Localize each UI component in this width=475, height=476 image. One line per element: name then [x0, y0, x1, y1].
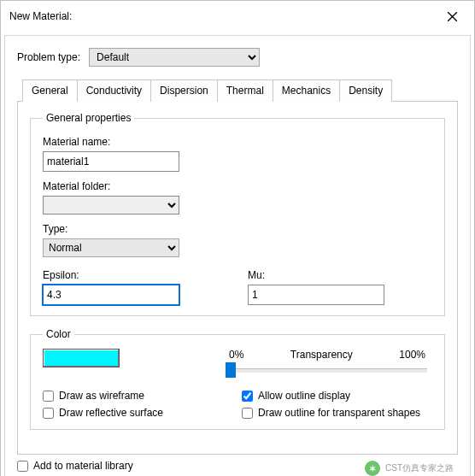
checkbox-draw-reflective-label: Draw reflective surface [59, 407, 163, 419]
material-folder-select[interactable] [43, 196, 179, 214]
close-icon [448, 12, 457, 21]
groupbox-general-properties: General properties Material name: Materi… [30, 112, 445, 316]
material-folder-label: Material folder: [43, 180, 432, 192]
checkbox-allow-outline-input[interactable] [242, 391, 253, 402]
checkbox-draw-reflective[interactable]: Draw reflective surface [43, 407, 233, 419]
transparency-slider[interactable] [231, 362, 427, 378]
checkbox-draw-wireframe-input[interactable] [43, 391, 54, 402]
tab-thermal[interactable]: Thermal [217, 79, 273, 102]
groupbox-color: Color 0% Transparency 100% [30, 328, 445, 430]
transparency-min-label: 0% [229, 349, 243, 361]
type-label: Type: [43, 223, 432, 235]
epsilon-label: Epsilon: [43, 269, 179, 281]
transparency-label: Transparency [290, 349, 353, 361]
transparency-max-label: 100% [399, 349, 425, 361]
problem-type-label: Problem type: [17, 51, 80, 63]
checkbox-draw-outline-transparent-label: Draw outline for transparent shapes [258, 407, 420, 419]
tab-density[interactable]: Density [339, 79, 392, 102]
checkbox-draw-reflective-input[interactable] [43, 408, 54, 419]
groupbox-color-title: Color [43, 328, 74, 340]
tab-conductivity[interactable]: Conductivity [77, 79, 151, 102]
checkbox-draw-wireframe-label: Draw as wireframe [59, 390, 144, 402]
tab-dispersion[interactable]: Dispersion [150, 79, 218, 102]
epsilon-input[interactable] [43, 285, 179, 305]
color-swatch-button[interactable] [43, 349, 120, 367]
checkbox-draw-outline-transparent[interactable]: Draw outline for transparent shapes [242, 407, 432, 419]
slider-track [231, 368, 427, 373]
tab-bar: General Conductivity Dispersion Thermal … [17, 79, 458, 102]
window-title: New Material: [9, 10, 72, 22]
tab-panel-general: General properties Material name: Materi… [17, 102, 458, 455]
mu-input[interactable] [248, 285, 384, 305]
tab-general[interactable]: General [22, 79, 78, 102]
type-select[interactable]: Normal [43, 238, 179, 257]
groupbox-general-title: General properties [43, 112, 134, 124]
tab-mechanics[interactable]: Mechanics [273, 79, 340, 102]
material-name-input[interactable] [43, 151, 179, 172]
close-button[interactable] [437, 6, 467, 26]
checkbox-draw-wireframe[interactable]: Draw as wireframe [43, 390, 233, 402]
material-name-label: Material name: [43, 136, 432, 148]
checkbox-add-to-library-input[interactable] [17, 461, 28, 472]
titlebar: New Material: [1, 1, 474, 32]
problem-type-select[interactable]: Default [89, 48, 260, 67]
checkbox-add-to-library-label: Add to material library [33, 460, 133, 472]
mu-label: Mu: [248, 269, 384, 281]
slider-thumb[interactable] [226, 362, 236, 378]
checkbox-draw-outline-transparent-input[interactable] [242, 408, 253, 419]
checkbox-add-to-library[interactable]: Add to material library [17, 460, 133, 472]
checkbox-allow-outline[interactable]: Allow outline display [242, 390, 432, 402]
checkbox-allow-outline-label: Allow outline display [258, 390, 350, 402]
